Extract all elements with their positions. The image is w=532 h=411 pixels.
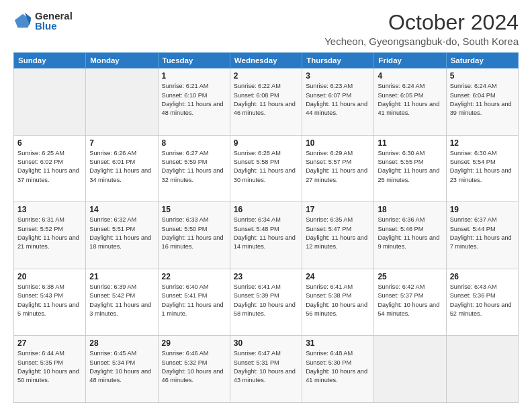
calendar-body: 1Sunrise: 6:21 AM Sunset: 6:10 PM Daylig… <box>14 68 519 403</box>
header-day-saturday: Saturday <box>446 53 518 68</box>
day-info: Sunrise: 6:30 AM Sunset: 5:54 PM Dayligh… <box>450 149 515 185</box>
day-number: 31 <box>306 338 370 348</box>
day-cell: 12Sunrise: 6:30 AM Sunset: 5:54 PM Dayli… <box>446 135 518 202</box>
day-cell: 7Sunrise: 6:26 AM Sunset: 6:01 PM Daylig… <box>86 135 158 202</box>
day-cell: 6Sunrise: 6:25 AM Sunset: 6:02 PM Daylig… <box>14 135 86 202</box>
week-row-2: 6Sunrise: 6:25 AM Sunset: 6:02 PM Daylig… <box>14 135 519 202</box>
day-cell: 17Sunrise: 6:35 AM Sunset: 5:47 PM Dayli… <box>302 202 374 269</box>
day-cell: 30Sunrise: 6:47 AM Sunset: 5:31 PM Dayli… <box>230 336 302 403</box>
day-cell: 1Sunrise: 6:21 AM Sunset: 6:10 PM Daylig… <box>158 68 230 136</box>
day-cell: 9Sunrise: 6:28 AM Sunset: 5:58 PM Daylig… <box>230 135 302 202</box>
title-block: October 2024 Yecheon, Gyeongsangbuk-do, … <box>324 11 519 47</box>
day-info: Sunrise: 6:42 AM Sunset: 5:37 PM Dayligh… <box>378 283 442 318</box>
day-info: Sunrise: 6:45 AM Sunset: 5:34 PM Dayligh… <box>89 349 154 385</box>
day-info: Sunrise: 6:47 AM Sunset: 5:31 PM Dayligh… <box>234 349 298 385</box>
day-info: Sunrise: 6:29 AM Sunset: 5:57 PM Dayligh… <box>306 149 370 185</box>
month-title: October 2024 <box>324 11 519 34</box>
header: General Blue October 2024 Yecheon, Gyeon… <box>13 11 519 47</box>
day-number: 14 <box>89 205 154 214</box>
day-cell: 2Sunrise: 6:22 AM Sunset: 6:08 PM Daylig… <box>230 68 302 136</box>
logo: General Blue <box>13 11 73 31</box>
day-cell <box>374 336 446 403</box>
day-info: Sunrise: 6:34 AM Sunset: 5:48 PM Dayligh… <box>234 216 298 251</box>
header-row: SundayMondayTuesdayWednesdayThursdayFrid… <box>14 53 519 68</box>
day-cell: 18Sunrise: 6:36 AM Sunset: 5:46 PM Dayli… <box>374 202 446 269</box>
week-row-5: 27Sunrise: 6:44 AM Sunset: 5:35 PM Dayli… <box>14 336 519 403</box>
day-info: Sunrise: 6:27 AM Sunset: 5:59 PM Dayligh… <box>162 149 226 185</box>
day-cell: 29Sunrise: 6:46 AM Sunset: 5:32 PM Dayli… <box>158 336 230 403</box>
day-cell: 24Sunrise: 6:41 AM Sunset: 5:38 PM Dayli… <box>302 269 374 336</box>
day-cell: 28Sunrise: 6:45 AM Sunset: 5:34 PM Dayli… <box>86 336 158 403</box>
day-number: 16 <box>234 205 298 214</box>
day-info: Sunrise: 6:46 AM Sunset: 5:32 PM Dayligh… <box>162 349 226 385</box>
day-number: 1 <box>162 71 226 81</box>
day-cell: 4Sunrise: 6:24 AM Sunset: 6:05 PM Daylig… <box>374 68 446 136</box>
header-day-thursday: Thursday <box>302 53 374 68</box>
day-number: 22 <box>162 272 226 281</box>
day-info: Sunrise: 6:37 AM Sunset: 5:44 PM Dayligh… <box>450 216 515 251</box>
day-number: 20 <box>17 272 82 281</box>
day-info: Sunrise: 6:41 AM Sunset: 5:38 PM Dayligh… <box>306 283 370 318</box>
day-info: Sunrise: 6:43 AM Sunset: 5:36 PM Dayligh… <box>450 283 515 318</box>
logo-blue: Blue <box>35 21 73 31</box>
day-cell: 31Sunrise: 6:48 AM Sunset: 5:30 PM Dayli… <box>302 336 374 403</box>
day-info: Sunrise: 6:24 AM Sunset: 6:04 PM Dayligh… <box>450 82 515 118</box>
day-cell: 21Sunrise: 6:39 AM Sunset: 5:42 PM Dayli… <box>86 269 158 336</box>
day-cell: 11Sunrise: 6:30 AM Sunset: 5:55 PM Dayli… <box>374 135 446 202</box>
day-number: 5 <box>450 71 515 81</box>
day-info: Sunrise: 6:30 AM Sunset: 5:55 PM Dayligh… <box>378 149 442 185</box>
day-info: Sunrise: 6:32 AM Sunset: 5:51 PM Dayligh… <box>89 216 154 251</box>
day-info: Sunrise: 6:39 AM Sunset: 5:42 PM Dayligh… <box>89 283 154 318</box>
day-cell: 3Sunrise: 6:23 AM Sunset: 6:07 PM Daylig… <box>302 68 374 136</box>
day-info: Sunrise: 6:28 AM Sunset: 5:58 PM Dayligh… <box>234 149 298 185</box>
day-number: 18 <box>378 205 442 214</box>
day-cell: 20Sunrise: 6:38 AM Sunset: 5:43 PM Dayli… <box>14 269 86 336</box>
day-info: Sunrise: 6:26 AM Sunset: 6:01 PM Dayligh… <box>89 149 154 185</box>
calendar-header: SundayMondayTuesdayWednesdayThursdayFrid… <box>14 53 519 68</box>
day-number: 8 <box>162 138 226 148</box>
day-cell: 23Sunrise: 6:41 AM Sunset: 5:39 PM Dayli… <box>230 269 302 336</box>
week-row-4: 20Sunrise: 6:38 AM Sunset: 5:43 PM Dayli… <box>14 269 519 336</box>
header-day-sunday: Sunday <box>14 53 86 68</box>
header-day-monday: Monday <box>86 53 158 68</box>
day-number: 10 <box>306 138 370 148</box>
day-number: 27 <box>17 338 82 348</box>
day-cell: 16Sunrise: 6:34 AM Sunset: 5:48 PM Dayli… <box>230 202 302 269</box>
day-number: 12 <box>450 138 515 148</box>
day-info: Sunrise: 6:36 AM Sunset: 5:46 PM Dayligh… <box>378 216 442 251</box>
day-number: 7 <box>89 138 154 148</box>
day-info: Sunrise: 6:38 AM Sunset: 5:43 PM Dayligh… <box>17 283 82 318</box>
day-number: 26 <box>450 272 515 281</box>
week-row-3: 13Sunrise: 6:31 AM Sunset: 5:52 PM Dayli… <box>14 202 519 269</box>
day-number: 23 <box>234 272 298 281</box>
day-number: 21 <box>89 272 154 281</box>
day-info: Sunrise: 6:40 AM Sunset: 5:41 PM Dayligh… <box>162 283 226 318</box>
day-number: 9 <box>234 138 298 148</box>
day-cell: 19Sunrise: 6:37 AM Sunset: 5:44 PM Dayli… <box>446 202 518 269</box>
day-info: Sunrise: 6:48 AM Sunset: 5:30 PM Dayligh… <box>306 349 370 385</box>
day-number: 13 <box>17 205 82 214</box>
day-info: Sunrise: 6:33 AM Sunset: 5:50 PM Dayligh… <box>162 216 226 251</box>
day-number: 19 <box>450 205 515 214</box>
calendar-table: SundayMondayTuesdayWednesdayThursdayFrid… <box>13 52 519 403</box>
day-cell: 27Sunrise: 6:44 AM Sunset: 5:35 PM Dayli… <box>14 336 86 403</box>
day-cell: 26Sunrise: 6:43 AM Sunset: 5:36 PM Dayli… <box>446 269 518 336</box>
day-cell <box>14 68 86 136</box>
day-info: Sunrise: 6:35 AM Sunset: 5:47 PM Dayligh… <box>306 216 370 251</box>
day-number: 25 <box>378 272 442 281</box>
day-cell: 22Sunrise: 6:40 AM Sunset: 5:41 PM Dayli… <box>158 269 230 336</box>
day-cell: 14Sunrise: 6:32 AM Sunset: 5:51 PM Dayli… <box>86 202 158 269</box>
day-cell <box>86 68 158 136</box>
day-number: 6 <box>17 138 82 148</box>
day-number: 2 <box>234 71 298 81</box>
day-info: Sunrise: 6:44 AM Sunset: 5:35 PM Dayligh… <box>17 349 82 385</box>
day-number: 24 <box>306 272 370 281</box>
day-cell <box>446 336 518 403</box>
day-info: Sunrise: 6:24 AM Sunset: 6:05 PM Dayligh… <box>378 82 442 118</box>
day-number: 28 <box>89 338 154 348</box>
day-number: 3 <box>306 71 370 81</box>
day-info: Sunrise: 6:25 AM Sunset: 6:02 PM Dayligh… <box>17 149 82 185</box>
day-number: 15 <box>162 205 226 214</box>
logo-text: General Blue <box>35 11 73 31</box>
week-row-1: 1Sunrise: 6:21 AM Sunset: 6:10 PM Daylig… <box>14 68 519 136</box>
